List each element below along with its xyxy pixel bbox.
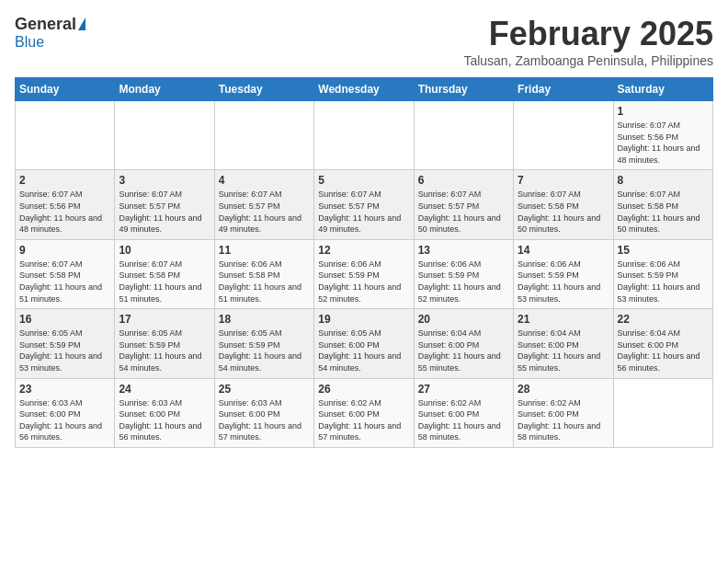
day-number: 27 [418, 383, 509, 396]
calendar-cell: 22Sunrise: 6:04 AM Sunset: 6:00 PM Dayli… [613, 309, 712, 378]
calendar-cell: 4Sunrise: 6:07 AM Sunset: 5:57 PM Daylig… [214, 170, 313, 239]
calendar-header-row: SundayMondayTuesdayWednesdayThursdayFrid… [16, 78, 713, 101]
day-info: Sunrise: 6:07 AM Sunset: 5:57 PM Dayligh… [119, 189, 210, 235]
day-info: Sunrise: 6:06 AM Sunset: 5:59 PM Dayligh… [418, 259, 509, 304]
calendar-header-wednesday: Wednesday [314, 78, 414, 101]
calendar-cell: 24Sunrise: 6:03 AM Sunset: 6:00 PM Dayli… [115, 378, 214, 447]
day-info: Sunrise: 6:05 AM Sunset: 5:59 PM Dayligh… [119, 327, 210, 373]
day-number: 10 [119, 244, 210, 257]
calendar-cell: 9Sunrise: 6:07 AM Sunset: 5:58 PM Daylig… [16, 239, 115, 308]
calendar-cell: 20Sunrise: 6:04 AM Sunset: 6:00 PM Dayli… [414, 309, 513, 378]
day-number: 20 [418, 313, 509, 326]
calendar-week-row: 2Sunrise: 6:07 AM Sunset: 5:56 PM Daylig… [16, 170, 713, 239]
day-info: Sunrise: 6:06 AM Sunset: 5:59 PM Dayligh… [318, 259, 409, 304]
day-info: Sunrise: 6:07 AM Sunset: 5:56 PM Dayligh… [19, 189, 110, 235]
calendar-week-row: 1Sunrise: 6:07 AM Sunset: 5:56 PM Daylig… [16, 101, 713, 170]
day-info: Sunrise: 6:06 AM Sunset: 5:59 PM Dayligh… [518, 259, 609, 304]
day-number: 18 [219, 313, 310, 326]
logo-general-text: General [15, 15, 76, 34]
day-number: 28 [518, 383, 609, 396]
day-number: 9 [19, 244, 110, 257]
day-info: Sunrise: 6:03 AM Sunset: 6:00 PM Dayligh… [119, 397, 210, 443]
day-info: Sunrise: 6:06 AM Sunset: 5:58 PM Dayligh… [219, 259, 310, 304]
calendar-cell [414, 101, 513, 170]
day-info: Sunrise: 6:07 AM Sunset: 5:57 PM Dayligh… [418, 189, 509, 235]
day-number: 7 [518, 174, 609, 187]
day-number: 15 [618, 244, 709, 257]
day-info: Sunrise: 6:02 AM Sunset: 6:00 PM Dayligh… [518, 397, 609, 443]
calendar-cell [115, 101, 214, 170]
calendar-week-row: 16Sunrise: 6:05 AM Sunset: 5:59 PM Dayli… [16, 309, 713, 378]
calendar-cell: 15Sunrise: 6:06 AM Sunset: 5:59 PM Dayli… [613, 239, 712, 308]
day-number: 19 [318, 313, 409, 326]
day-number: 23 [19, 383, 110, 396]
calendar-cell: 26Sunrise: 6:02 AM Sunset: 6:00 PM Dayli… [314, 378, 414, 447]
calendar-cell [613, 378, 712, 447]
day-number: 21 [518, 313, 609, 326]
day-number: 22 [618, 313, 709, 326]
day-number: 13 [418, 244, 509, 257]
day-info: Sunrise: 6:02 AM Sunset: 6:00 PM Dayligh… [318, 397, 409, 443]
calendar-cell: 6Sunrise: 6:07 AM Sunset: 5:57 PM Daylig… [414, 170, 513, 239]
calendar-cell: 27Sunrise: 6:02 AM Sunset: 6:00 PM Dayli… [414, 378, 513, 447]
calendar-header-sunday: Sunday [16, 78, 115, 101]
day-info: Sunrise: 6:04 AM Sunset: 6:00 PM Dayligh… [518, 327, 609, 373]
day-number: 4 [219, 174, 310, 187]
calendar-cell: 17Sunrise: 6:05 AM Sunset: 5:59 PM Dayli… [115, 309, 214, 378]
day-number: 25 [219, 383, 310, 396]
day-number: 6 [418, 174, 509, 187]
day-info: Sunrise: 6:07 AM Sunset: 5:56 PM Dayligh… [618, 120, 709, 166]
day-info: Sunrise: 6:06 AM Sunset: 5:59 PM Dayligh… [618, 259, 709, 304]
calendar-cell: 28Sunrise: 6:02 AM Sunset: 6:00 PM Dayli… [514, 378, 613, 447]
day-number: 17 [119, 313, 210, 326]
title-area: February 2025 Talusan, Zamboanga Peninsu… [463, 15, 713, 68]
day-info: Sunrise: 6:07 AM Sunset: 5:58 PM Dayligh… [119, 259, 210, 304]
day-number: 2 [19, 174, 110, 187]
calendar-week-row: 23Sunrise: 6:03 AM Sunset: 6:00 PM Dayli… [16, 378, 713, 447]
month-title: February 2025 [463, 15, 713, 53]
day-info: Sunrise: 6:07 AM Sunset: 5:58 PM Dayligh… [618, 189, 709, 235]
day-info: Sunrise: 6:04 AM Sunset: 6:00 PM Dayligh… [618, 327, 709, 373]
day-info: Sunrise: 6:05 AM Sunset: 5:59 PM Dayligh… [19, 327, 110, 373]
calendar-header-monday: Monday [115, 78, 214, 101]
calendar-header-thursday: Thursday [414, 78, 513, 101]
calendar-cell: 2Sunrise: 6:07 AM Sunset: 5:56 PM Daylig… [16, 170, 115, 239]
logo: General Blue [15, 15, 85, 51]
calendar-week-row: 9Sunrise: 6:07 AM Sunset: 5:58 PM Daylig… [16, 239, 713, 308]
calendar-cell [16, 101, 115, 170]
page-header: General Blue February 2025 Talusan, Zamb… [15, 15, 713, 68]
day-info: Sunrise: 6:05 AM Sunset: 5:59 PM Dayligh… [219, 327, 310, 373]
day-number: 24 [119, 383, 210, 396]
calendar-cell: 14Sunrise: 6:06 AM Sunset: 5:59 PM Dayli… [514, 239, 613, 308]
day-number: 5 [318, 174, 409, 187]
day-number: 16 [19, 313, 110, 326]
calendar-cell [214, 101, 313, 170]
day-info: Sunrise: 6:04 AM Sunset: 6:00 PM Dayligh… [418, 327, 509, 373]
day-number: 26 [318, 383, 409, 396]
logo-icon [78, 17, 85, 30]
day-info: Sunrise: 6:05 AM Sunset: 6:00 PM Dayligh… [318, 327, 409, 373]
calendar-cell: 12Sunrise: 6:06 AM Sunset: 5:59 PM Dayli… [314, 239, 414, 308]
calendar-header-tuesday: Tuesday [214, 78, 313, 101]
day-number: 3 [119, 174, 210, 187]
day-info: Sunrise: 6:07 AM Sunset: 5:58 PM Dayligh… [518, 189, 609, 235]
calendar-cell: 10Sunrise: 6:07 AM Sunset: 5:58 PM Dayli… [115, 239, 214, 308]
calendar-cell: 19Sunrise: 6:05 AM Sunset: 6:00 PM Dayli… [314, 309, 414, 378]
day-info: Sunrise: 6:03 AM Sunset: 6:00 PM Dayligh… [219, 397, 310, 443]
day-number: 14 [518, 244, 609, 257]
day-info: Sunrise: 6:03 AM Sunset: 6:00 PM Dayligh… [19, 397, 110, 443]
calendar-cell [514, 101, 613, 170]
calendar-cell: 16Sunrise: 6:05 AM Sunset: 5:59 PM Dayli… [16, 309, 115, 378]
day-info: Sunrise: 6:07 AM Sunset: 5:57 PM Dayligh… [318, 189, 409, 235]
day-info: Sunrise: 6:07 AM Sunset: 5:58 PM Dayligh… [19, 259, 110, 304]
calendar-cell: 7Sunrise: 6:07 AM Sunset: 5:58 PM Daylig… [514, 170, 613, 239]
calendar-cell: 1Sunrise: 6:07 AM Sunset: 5:56 PM Daylig… [613, 101, 712, 170]
day-info: Sunrise: 6:02 AM Sunset: 6:00 PM Dayligh… [418, 397, 509, 443]
day-number: 11 [219, 244, 310, 257]
calendar-cell: 13Sunrise: 6:06 AM Sunset: 5:59 PM Dayli… [414, 239, 513, 308]
day-number: 12 [318, 244, 409, 257]
day-number: 1 [618, 105, 709, 118]
calendar-table: SundayMondayTuesdayWednesdayThursdayFrid… [15, 77, 713, 448]
calendar-cell: 8Sunrise: 6:07 AM Sunset: 5:58 PM Daylig… [613, 170, 712, 239]
calendar-cell: 23Sunrise: 6:03 AM Sunset: 6:00 PM Dayli… [16, 378, 115, 447]
